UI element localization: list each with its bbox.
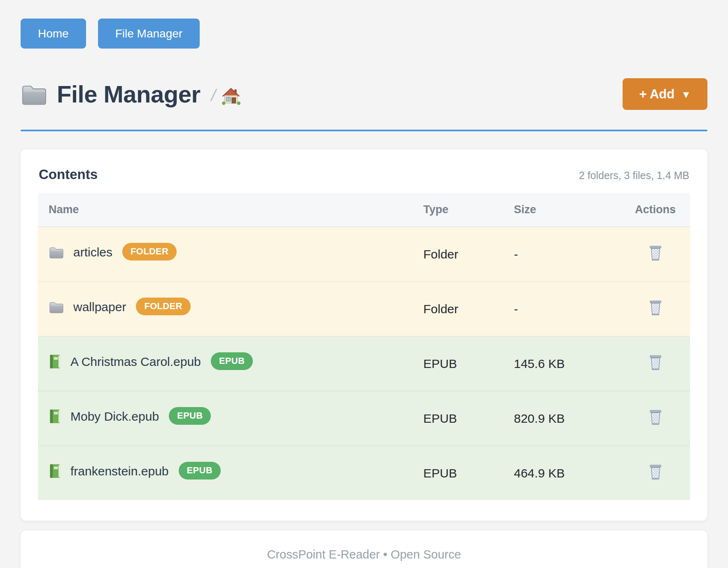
book-icon — [49, 409, 61, 424]
table-row[interactable]: wallpaper FOLDER Folder - — [38, 282, 690, 336]
contents-heading: Contents — [39, 167, 98, 182]
trash-icon — [648, 464, 663, 481]
file-type-badge: FOLDER — [122, 243, 177, 261]
breadcrumb-separator: / — [209, 86, 218, 105]
trash-icon — [648, 300, 663, 317]
file-type-cell: EPUB — [413, 391, 503, 446]
nav-button-file-manager[interactable]: File Manager — [98, 19, 200, 49]
delete-button[interactable] — [646, 243, 665, 264]
table-row[interactable]: A Christmas Carol.epub EPUB EPUB 145.6 K… — [38, 336, 690, 391]
folder-icon — [21, 83, 48, 106]
column-header-name: Name — [38, 193, 413, 227]
file-size-cell: 145.6 KB — [503, 336, 621, 391]
delete-button[interactable] — [646, 353, 665, 373]
column-header-size: Size — [503, 193, 621, 227]
title-divider — [21, 130, 707, 131]
trash-icon — [648, 409, 663, 426]
nav-button-home[interactable]: Home — [21, 19, 86, 49]
column-header-actions: Actions — [621, 193, 690, 227]
trash-icon — [648, 245, 663, 262]
table-header-row: Name Type Size Actions — [38, 193, 690, 227]
contents-summary: 2 folders, 3 files, 1.4 MB — [579, 170, 689, 182]
file-type-cell: Folder — [413, 227, 503, 282]
file-type-badge: EPUB — [179, 462, 221, 480]
file-type-cell: EPUB — [413, 446, 503, 500]
add-button-label: + Add — [639, 87, 674, 102]
contents-card: Contents 2 folders, 3 files, 1.4 MB Name… — [21, 149, 707, 521]
table-row[interactable]: Moby Dick.epub EPUB EPUB 820.9 KB — [38, 391, 690, 446]
caret-down-icon: ▼ — [681, 89, 691, 100]
delete-button[interactable] — [646, 462, 665, 483]
file-table: Name Type Size Actions articles FOLDER F… — [38, 193, 690, 500]
folder-icon — [49, 300, 64, 314]
contents-header: Contents 2 folders, 3 files, 1.4 MB — [38, 167, 690, 182]
file-table-body: articles FOLDER Folder - wallpaper FOLDE… — [38, 227, 690, 500]
file-name-link[interactable]: articles — [73, 245, 112, 259]
book-icon — [49, 354, 61, 369]
file-type-badge: FOLDER — [136, 298, 190, 315]
table-row[interactable]: articles FOLDER Folder - — [38, 227, 690, 282]
file-type-cell: EPUB — [413, 336, 503, 391]
footer-text: CrossPoint E-Reader • Open Source — [267, 548, 461, 561]
column-header-type: Type — [413, 193, 503, 227]
file-name-link[interactable]: Moby Dick.epub — [70, 410, 159, 424]
page-header: File Manager / + Add ▼ — [21, 78, 707, 110]
trash-icon — [648, 354, 663, 372]
add-button[interactable]: + Add ▼ — [623, 78, 707, 110]
table-row[interactable]: frankenstein.epub EPUB EPUB 464.9 KB — [38, 446, 690, 500]
footer-card: CrossPoint E-Reader • Open Source — [21, 531, 707, 568]
file-type-badge: EPUB — [169, 407, 211, 425]
file-size-cell: - — [503, 282, 621, 336]
page-title: File Manager — [57, 80, 201, 108]
file-name-link[interactable]: A Christmas Carol.epub — [70, 355, 201, 369]
file-manager-page: Home File Manager File Manager / + Add ▼… — [0, 0, 728, 568]
file-type-cell: Folder — [413, 282, 503, 336]
file-name-link[interactable]: wallpaper — [73, 300, 126, 314]
top-nav: Home File Manager — [21, 19, 707, 49]
home-icon[interactable] — [222, 86, 240, 105]
folder-icon — [49, 246, 64, 259]
delete-button[interactable] — [646, 407, 665, 428]
file-type-badge: EPUB — [211, 352, 253, 370]
book-icon — [49, 463, 61, 479]
title-group: File Manager / — [21, 80, 240, 108]
file-size-cell: 820.9 KB — [503, 391, 621, 446]
file-size-cell: 464.9 KB — [503, 446, 621, 500]
file-name-link[interactable]: frankenstein.epub — [70, 464, 169, 478]
delete-button[interactable] — [646, 298, 665, 319]
file-size-cell: - — [503, 227, 621, 282]
